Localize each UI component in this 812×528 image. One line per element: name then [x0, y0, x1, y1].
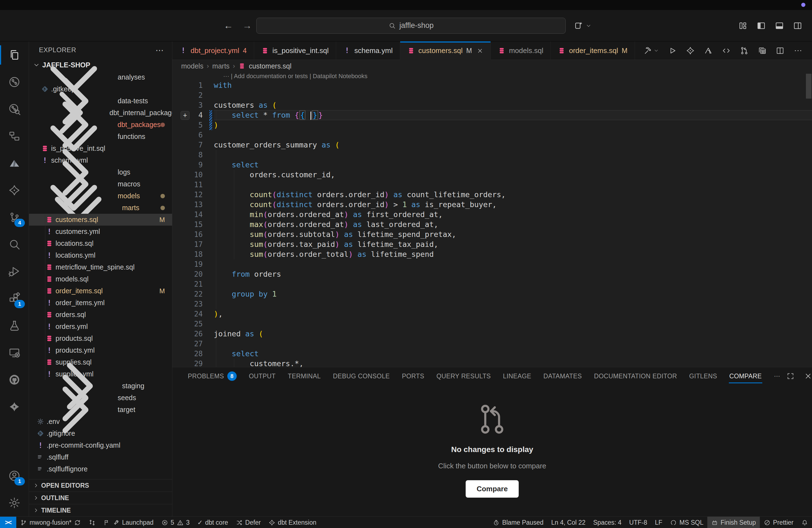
activity-item-datapilot[interactable]: [0, 150, 29, 177]
panel-tab-datamates[interactable]: DATAMATES: [537, 367, 588, 385]
activity-item-accounts[interactable]: 1: [0, 462, 29, 489]
toggle-secondary-sidebar-icon[interactable]: [793, 21, 802, 31]
action-query-preview[interactable]: [758, 46, 767, 55]
code-line-27[interactable]: 27: [172, 339, 812, 349]
code-line-2[interactable]: 2: [172, 90, 812, 100]
status-encoding[interactable]: UTF-8: [625, 517, 651, 528]
tab-schema-yml[interactable]: !schema.yml: [336, 41, 400, 60]
code-line-20[interactable]: 20 from orders: [172, 269, 812, 279]
code-line-7[interactable]: 7customer_orders_summary as (: [172, 140, 812, 150]
tree-item--pre-commit-config-yaml[interactable]: !.pre-commit-config.yaml: [29, 439, 172, 451]
toggle-panel-icon[interactable]: [774, 21, 784, 31]
tab-dbt-project-yml[interactable]: !dbt_project.yml4: [172, 41, 254, 60]
activity-item-source-control[interactable]: [0, 69, 29, 96]
activity-item-dbt-filled[interactable]: [0, 393, 29, 420]
activity-item-github[interactable]: [0, 366, 29, 393]
code-line-8[interactable]: 8: [172, 150, 812, 160]
close-panel-icon[interactable]: [804, 372, 812, 380]
activity-item-remote-explorer[interactable]: [0, 339, 29, 366]
tree-item-order-items-sql[interactable]: order_items.sqlM: [29, 285, 172, 297]
panel-tab-ports[interactable]: PORTS: [396, 367, 430, 385]
status-launchpad[interactable]: Launchpad: [99, 517, 157, 528]
status-defer[interactable]: Defer: [232, 517, 265, 528]
code-line-4[interactable]: 4+ select * from {{ }}: [172, 110, 812, 120]
tree-item-products-sql[interactable]: products.sql: [29, 333, 172, 344]
activity-item-extensions[interactable]: 1: [0, 285, 29, 312]
code-line-1[interactable]: 1with: [172, 80, 812, 90]
copilot-menu[interactable]: [574, 21, 592, 31]
status-prettier[interactable]: Prettier: [760, 517, 797, 528]
tree-item-locations-yml[interactable]: !locations.yml: [29, 249, 172, 261]
codelens-links[interactable]: ··· | Add documentation or tests | Datap…: [223, 72, 812, 80]
status-eol[interactable]: LF: [651, 517, 666, 528]
panel-tab-gitlens[interactable]: GITLENS: [683, 367, 723, 385]
activity-item-flow-view[interactable]: [0, 122, 29, 150]
tree-item-orders-yml[interactable]: !orders.yml: [29, 321, 172, 333]
activity-item-explorer[interactable]: [0, 41, 29, 69]
code-line-15[interactable]: 15 max(orders.ordered_at) as last_ordere…: [172, 220, 812, 230]
tab-order-items-sql[interactable]: order_items.sqlM: [551, 41, 635, 60]
breadcrumb-item-models[interactable]: models: [181, 62, 204, 70]
code-line-29[interactable]: 29 customers.*,: [172, 359, 812, 367]
code-line-3[interactable]: 3customers as (: [172, 100, 812, 110]
activity-item-run-debug[interactable]: [0, 258, 29, 285]
breadcrumb-file[interactable]: customers.sql: [249, 62, 291, 70]
maximize-panel-icon[interactable]: [786, 372, 795, 380]
tree-item-models-sql[interactable]: models.sql: [29, 273, 172, 285]
forward-arrow-icon[interactable]: →: [243, 20, 252, 31]
tree-item-target[interactable]: target: [29, 404, 172, 415]
panel-tab-lineage[interactable]: LINEAGE: [497, 367, 537, 385]
code-line-9[interactable]: 9 select: [172, 160, 812, 170]
activity-item-settings[interactable]: [0, 489, 29, 516]
toggle-sidebar-icon[interactable]: [756, 21, 766, 31]
status-cursor-position[interactable]: Ln 4, Col 22: [547, 517, 590, 528]
tree-item-marts[interactable]: marts: [29, 202, 172, 214]
tree-item-order-items-yml[interactable]: !order_items.yml: [29, 297, 172, 309]
action-datapilot-action[interactable]: [704, 46, 713, 55]
code-line-18[interactable]: 18 sum(orders.order_total) as lifetime_s…: [172, 249, 812, 259]
panel-tab-query-results[interactable]: QUERY RESULTS: [430, 367, 497, 385]
activity-item-testing[interactable]: [0, 312, 29, 339]
action-more-actions[interactable]: [794, 46, 802, 55]
code-line-13[interactable]: 13 count(distinct orders.order_id) > 1 a…: [172, 200, 812, 210]
panel-tab-compare[interactable]: COMPARE: [723, 367, 768, 385]
tree-item-orders-sql[interactable]: orders.sql: [29, 309, 172, 321]
tab-customers-sql[interactable]: customers.sqlM: [400, 41, 491, 60]
status-remote[interactable]: ><: [0, 517, 16, 528]
action-run[interactable]: [668, 46, 677, 55]
action-dbt-action[interactable]: [686, 46, 695, 55]
tree-item-customers-yml[interactable]: !customers.yml: [29, 225, 172, 237]
code-line-10[interactable]: 10 orders.customer_id,: [172, 170, 812, 180]
panel-tab-terminal[interactable]: TERMINAL: [282, 367, 327, 385]
sidebar-section-outline[interactable]: OUTLINE: [29, 492, 172, 504]
panel-tab-output[interactable]: OUTPUT: [243, 367, 282, 385]
customize-layout-icon[interactable]: [738, 21, 748, 31]
code-line-22[interactable]: 22 group by 1: [172, 289, 812, 299]
code-line-23[interactable]: 23: [172, 299, 812, 309]
explorer-more-icon[interactable]: ⋯: [156, 45, 164, 55]
code-line-11[interactable]: 11: [172, 180, 812, 190]
status-language-mode[interactable]: MS SQL: [666, 517, 707, 528]
tree-item--gitignore[interactable]: .gitignore: [29, 427, 172, 439]
tree-item--sqlfluffignore[interactable]: .sqlfluffignore: [29, 463, 172, 475]
activity-item-git-graph[interactable]: 4: [0, 204, 29, 231]
action-split-editor[interactable]: [775, 46, 785, 55]
panel-tab-debug-console[interactable]: DEBUG CONSOLE: [327, 367, 396, 385]
code-line-24[interactable]: 24),: [172, 309, 812, 319]
tree-item-locations-sql[interactable]: locations.sql: [29, 237, 172, 249]
status-notifications[interactable]: [797, 517, 812, 528]
status-dbt-core[interactable]: ✓dbt core: [193, 517, 232, 528]
scrollbar-thumb[interactable]: [806, 74, 811, 99]
activity-item-gitlens[interactable]: [0, 96, 29, 122]
code-line-25[interactable]: 25: [172, 319, 812, 329]
code-line-6[interactable]: 6: [172, 130, 812, 140]
status-compare-changes[interactable]: [85, 517, 99, 528]
status-indentation[interactable]: Spaces: 4: [590, 517, 625, 528]
sidebar-section-timeline[interactable]: TIMELINE: [29, 504, 172, 516]
status-problems[interactable]: 53: [157, 517, 193, 528]
code-editor[interactable]: ··· | Add documentation or tests | Datap…: [172, 72, 812, 367]
code-line-12[interactable]: 12 count(distinct orders.order_id) as co…: [172, 190, 812, 200]
activity-item-search[interactable]: [0, 231, 29, 258]
action-compiled-code[interactable]: [722, 46, 731, 55]
status-finish-setup[interactable]: Finish Setup: [707, 517, 760, 528]
